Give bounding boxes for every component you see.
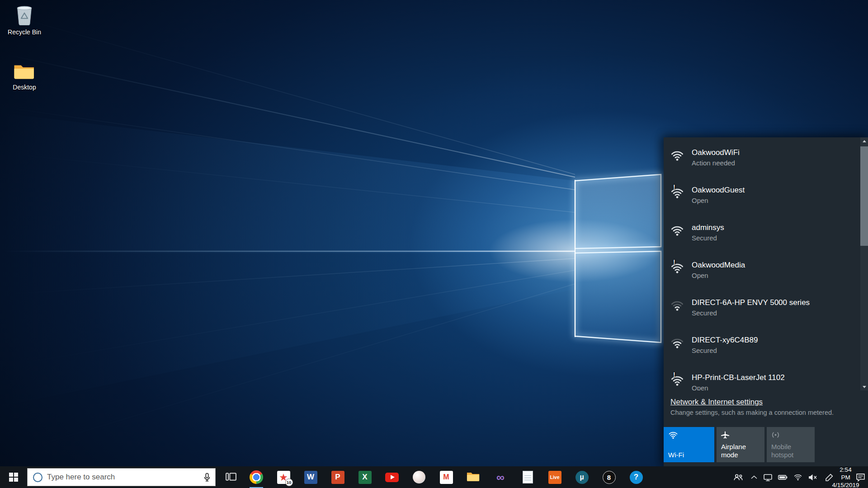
taskbar-icon-youtube[interactable] bbox=[378, 466, 406, 488]
youtube-icon bbox=[385, 473, 399, 482]
wired-network-button[interactable] bbox=[760, 466, 775, 488]
network-name: OakwoodMedia bbox=[692, 259, 745, 271]
wifi-signal-icon: ! bbox=[670, 328, 692, 366]
taskbar-icon-musescore[interactable]: µ bbox=[568, 466, 595, 488]
network-name: HP-Print-CB-LaserJet 1102 bbox=[692, 372, 785, 383]
volume-muted-icon bbox=[808, 474, 817, 481]
settings-caption: Change settings, such as making a connec… bbox=[670, 409, 861, 416]
network-status: Open bbox=[692, 383, 785, 390]
windows-logo-icon bbox=[9, 473, 18, 482]
word-icon: W bbox=[304, 471, 317, 484]
scroll-up-button[interactable] bbox=[860, 137, 868, 145]
people-icon bbox=[733, 474, 743, 481]
wifi-network-item[interactable]: ! OakwoodWiFi Action needed bbox=[664, 141, 860, 178]
network-status: Secured bbox=[692, 346, 758, 356]
taskbar-icon-powerpoint[interactable]: P bbox=[324, 466, 351, 488]
task-view-button[interactable] bbox=[219, 466, 243, 488]
scrollbar[interactable] bbox=[860, 137, 868, 390]
media-app-icon: ★ 10 bbox=[277, 471, 290, 484]
battery-icon bbox=[778, 474, 788, 480]
desktop-icon-label: Desktop bbox=[4, 84, 45, 91]
network-status: Action needed bbox=[692, 158, 740, 168]
eight-ball-icon: 8 bbox=[603, 471, 616, 484]
quick-action-label: Mobile hotspot bbox=[771, 443, 812, 459]
wifi-signal-icon: ! bbox=[670, 366, 692, 390]
count-badge: 10 bbox=[285, 479, 293, 486]
volume-button[interactable] bbox=[805, 466, 820, 488]
taskbar-icon-8ball[interactable]: 8 bbox=[595, 466, 623, 488]
desktop-icon-label: Recycle Bin bbox=[4, 28, 45, 36]
taskbar-icon-get-help[interactable]: ? bbox=[623, 466, 650, 488]
chrome-icon bbox=[250, 470, 263, 484]
quick-actions-row: Wi-Fi Airplane mode Mobile hotspot bbox=[664, 427, 815, 462]
people-button[interactable] bbox=[729, 466, 748, 488]
mobile-hotspot-button[interactable]: Mobile hotspot bbox=[767, 427, 815, 462]
action-center-button[interactable] bbox=[853, 466, 868, 488]
wifi-network-item[interactable]: ! HP-Print-CB-LaserJet 1102 Open bbox=[664, 366, 860, 390]
network-name: OakwoodWiFi bbox=[692, 147, 740, 158]
taskbar: ★ 10 W P X M ∞ Live µ bbox=[0, 466, 868, 488]
taskbar-icon-mail[interactable]: M bbox=[433, 466, 460, 488]
desktop-icon-recycle-bin[interactable]: Recycle Bin bbox=[4, 4, 45, 36]
musescore-icon: µ bbox=[576, 471, 589, 484]
taskbar-icon-visual-studio[interactable]: ∞ bbox=[487, 466, 514, 488]
wired-network-icon bbox=[764, 474, 772, 481]
wifi-network-item[interactable]: ! OakwoodGuest Open bbox=[664, 178, 860, 216]
scrollbar-thumb[interactable] bbox=[860, 146, 868, 246]
network-internet-settings-link[interactable]: Network & Internet settings bbox=[670, 398, 763, 407]
battery-button[interactable] bbox=[775, 466, 790, 488]
wifi-signal-icon: ! bbox=[670, 216, 692, 253]
network-status: Secured bbox=[692, 308, 810, 318]
system-tray: 2:54 PM 4/15/2019 bbox=[729, 466, 868, 488]
desktop-icon-desktop-folder[interactable]: Desktop bbox=[4, 62, 45, 91]
paint3d-icon bbox=[413, 471, 425, 483]
taskbar-icon-excel[interactable]: X bbox=[351, 466, 378, 488]
network-status: Open bbox=[692, 271, 745, 281]
notepad-icon bbox=[523, 471, 533, 483]
wifi-signal-icon: ! bbox=[670, 141, 692, 178]
network-name: OakwoodGuest bbox=[692, 184, 745, 196]
taskbar-icon-paint3d[interactable] bbox=[406, 466, 433, 488]
scroll-down-button[interactable] bbox=[860, 383, 868, 390]
taskbar-icon-notepad[interactable] bbox=[514, 466, 541, 488]
tray-overflow-button[interactable] bbox=[748, 466, 760, 488]
help-icon: ? bbox=[630, 471, 643, 484]
wifi-network-item[interactable]: ! adminsys Secured bbox=[664, 216, 860, 253]
network-status: Open bbox=[692, 196, 745, 206]
wifi-icon bbox=[668, 431, 678, 441]
network-name: adminsys bbox=[692, 222, 724, 233]
network-settings-section: Network & Internet settings Change setti… bbox=[664, 390, 868, 416]
wifi-icon bbox=[793, 474, 802, 481]
live-app-icon: Live bbox=[548, 471, 561, 484]
mobile-hotspot-icon bbox=[771, 431, 780, 440]
microphone-icon[interactable] bbox=[203, 473, 211, 482]
mail-icon: M bbox=[440, 471, 453, 484]
wifi-toggle-button[interactable]: Wi-Fi bbox=[664, 427, 714, 462]
airplane-mode-button[interactable]: Airplane mode bbox=[717, 427, 764, 462]
wifi-signal-icon: ! bbox=[670, 178, 692, 216]
search-input[interactable] bbox=[47, 473, 199, 482]
file-explorer-icon bbox=[467, 471, 480, 483]
start-button[interactable] bbox=[0, 466, 27, 488]
wifi-network-flyout: ! OakwoodWiFi Action needed ! OakwoodGue… bbox=[664, 137, 868, 466]
network-status: Secured bbox=[692, 233, 724, 243]
wifi-network-item[interactable]: ! DIRECT-xy6C4B89 Secured bbox=[664, 328, 860, 366]
powerpoint-icon: P bbox=[331, 471, 344, 484]
taskbar-icon-media-player[interactable]: ★ 10 bbox=[270, 466, 297, 488]
airplane-icon bbox=[721, 431, 729, 440]
wifi-network-item[interactable]: ! DIRECT-6A-HP ENVY 5000 series Secured bbox=[664, 291, 860, 328]
cortana-icon bbox=[33, 473, 42, 482]
wifi-network-item[interactable]: ! OakwoodMedia Open bbox=[664, 253, 860, 291]
taskbar-icon-file-explorer[interactable] bbox=[460, 466, 487, 488]
taskbar-search[interactable] bbox=[27, 468, 216, 486]
taskbar-icon-chrome[interactable] bbox=[243, 466, 270, 488]
taskbar-clock[interactable]: 2:54 PM 4/15/2019 bbox=[838, 466, 853, 488]
taskbar-icon-live[interactable]: Live bbox=[541, 466, 568, 488]
network-name: DIRECT-xy6C4B89 bbox=[692, 334, 758, 346]
wifi-signal-icon: ! bbox=[670, 291, 692, 328]
wifi-signal-icon: ! bbox=[670, 253, 692, 291]
taskbar-icon-word[interactable]: W bbox=[297, 466, 324, 488]
tray-wifi-button[interactable] bbox=[790, 466, 805, 488]
chevron-up-icon bbox=[751, 475, 757, 479]
warning-badge-icon: ! bbox=[673, 371, 675, 378]
